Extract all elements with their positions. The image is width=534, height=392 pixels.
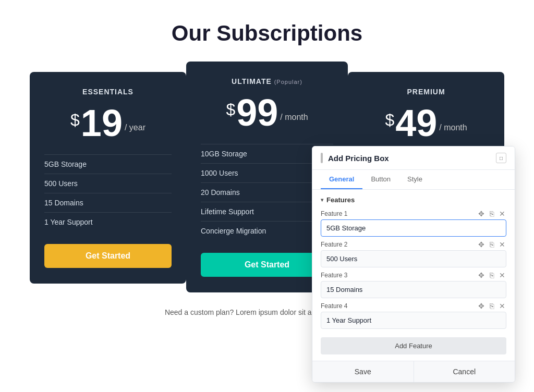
feature-drag-icon-3[interactable]: ✥ — [477, 272, 486, 279]
page-wrapper: Our Subscriptions ESSENTIALS $ 19 / year… — [0, 0, 534, 392]
tab-button[interactable]: Button — [362, 170, 399, 189]
feature-label-row-1: Feature 1 ✥ ⎘ ✕ — [321, 210, 506, 217]
panel-title: Add Pricing Box — [328, 154, 496, 163]
feature-label-1: Feature 1 — [321, 210, 347, 217]
feature-value-4[interactable]: 1 Year Support — [321, 312, 506, 329]
feature-input-1[interactable] — [321, 219, 506, 237]
panel-header: Add Pricing Box □ — [312, 146, 515, 170]
feature-label-row-4: Feature 4 ✥ ⎘ ✕ — [321, 302, 506, 310]
feature-copy-icon-3[interactable]: ⎘ — [489, 272, 495, 279]
essentials-amount: 19 — [81, 104, 123, 142]
tab-general[interactable]: General — [321, 170, 362, 189]
ultimate-period: / month — [280, 113, 308, 122]
add-pricing-box-panel: Add Pricing Box □ General Button Style ▾… — [312, 146, 515, 383]
feature-delete-icon-4[interactable]: ✕ — [498, 302, 506, 310]
ultimate-title: ULTIMATE (Popular) — [201, 77, 333, 85]
feature-actions-3: ✥ ⎘ ✕ — [477, 272, 506, 279]
panel-tabs: General Button Style — [312, 170, 515, 190]
feature-item-4: Feature 4 ✥ ⎘ ✕ 1 Year Support — [321, 302, 506, 329]
collapse-icon: □ — [500, 155, 503, 161]
page-header: Our Subscriptions — [0, 0, 534, 62]
essentials-title: ESSENTIALS — [44, 88, 172, 96]
feature-value-3[interactable]: 15 Domains — [321, 281, 506, 298]
essentials-cta-button[interactable]: Get Started — [44, 244, 172, 268]
tab-style[interactable]: Style — [399, 170, 431, 189]
feature-delete-icon-1[interactable]: ✕ — [498, 210, 506, 217]
list-item: 1 Year Support — [44, 212, 172, 231]
feature-copy-icon-4[interactable]: ⎘ — [489, 302, 495, 310]
premium-period: / month — [439, 123, 467, 132]
feature-item-2: Feature 2 ✥ ⎘ ✕ 500 Users — [321, 241, 506, 267]
panel-footer: Save Cancel — [312, 361, 515, 382]
essentials-price: $ 19 / year — [44, 104, 172, 142]
page-title: Our Subscriptions — [0, 21, 534, 46]
chevron-down-icon: ▾ — [321, 197, 323, 203]
feature-label-2: Feature 2 — [321, 241, 347, 248]
feature-item-1: Feature 1 ✥ ⎘ ✕ — [321, 210, 506, 237]
feature-copy-icon-2[interactable]: ⎘ — [489, 241, 495, 248]
ultimate-amount: 99 — [236, 94, 278, 131]
drag-handle[interactable] — [321, 153, 323, 163]
feature-drag-icon-2[interactable]: ✥ — [477, 241, 486, 248]
feature-label-row-2: Feature 2 ✥ ⎘ ✕ — [321, 241, 506, 248]
popular-badge: (Popular) — [274, 79, 302, 85]
ultimate-dollar: $ — [226, 100, 235, 119]
premium-dollar: $ — [385, 111, 394, 130]
cancel-button[interactable]: Cancel — [414, 361, 515, 382]
feature-drag-icon-1[interactable]: ✥ — [477, 210, 486, 217]
feature-delete-icon-3[interactable]: ✕ — [498, 272, 506, 279]
feature-actions-2: ✥ ⎘ ✕ — [477, 241, 506, 248]
essentials-period: / year — [125, 123, 145, 132]
premium-title: PREMIUM — [362, 88, 490, 96]
premium-price: $ 49 / month — [362, 104, 490, 142]
save-button[interactable]: Save — [312, 361, 414, 382]
panel-content: ▾ Features Feature 1 ✥ ⎘ ✕ Feature — [312, 190, 515, 361]
feature-value-2[interactable]: 500 Users — [321, 250, 506, 267]
essentials-card: ESSENTIALS $ 19 / year 5GB Storage 500 U… — [30, 72, 186, 284]
list-item: 15 Domains — [44, 193, 172, 212]
features-section-header[interactable]: ▾ Features — [321, 196, 506, 204]
add-feature-button[interactable]: Add Feature — [321, 337, 506, 354]
feature-actions-1: ✥ ⎘ ✕ — [477, 210, 506, 217]
feature-item-3: Feature 3 ✥ ⎘ ✕ 15 Domains — [321, 272, 506, 298]
list-item: 500 Users — [44, 174, 172, 193]
list-item: 5GB Storage — [44, 154, 172, 174]
feature-label-3: Feature 3 — [321, 272, 347, 279]
premium-amount: 49 — [395, 104, 437, 142]
feature-drag-icon-4[interactable]: ✥ — [477, 302, 486, 310]
feature-label-4: Feature 4 — [321, 302, 347, 310]
features-section-label: Features — [326, 196, 355, 204]
essentials-features: 5GB Storage 500 Users 15 Domains 1 Year … — [44, 154, 172, 231]
panel-collapse-button[interactable]: □ — [496, 153, 506, 163]
feature-label-row-3: Feature 3 ✥ ⎘ ✕ — [321, 272, 506, 279]
feature-delete-icon-2[interactable]: ✕ — [498, 241, 506, 248]
feature-copy-icon-1[interactable]: ⎘ — [489, 210, 495, 217]
essentials-dollar: $ — [70, 111, 80, 130]
feature-actions-4: ✥ ⎘ ✕ — [477, 302, 506, 310]
ultimate-price: $ 99 / month — [201, 94, 333, 131]
